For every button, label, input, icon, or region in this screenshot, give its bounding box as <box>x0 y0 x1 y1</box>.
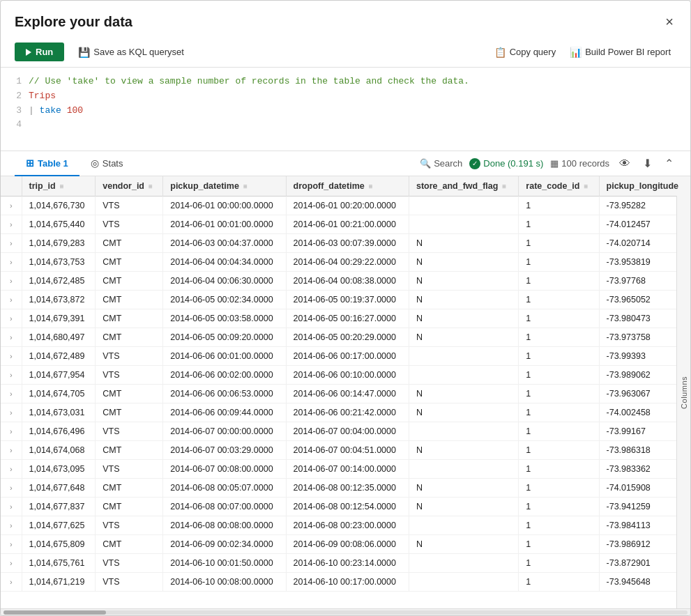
tab-table[interactable]: ⊞ Table 1 <box>15 151 79 176</box>
cell-dropoff-datetime: 2014-06-03 00:07:39.0000 <box>286 234 409 253</box>
dropoff-datetime-filter-icon[interactable]: ≡ <box>369 183 373 190</box>
expand-arrow[interactable]: › <box>10 408 13 417</box>
expand-arrow[interactable]: › <box>10 390 13 398</box>
table-row[interactable]: ›1,014,673,753CMT2014-06-04 00:04:34.000… <box>1 253 690 272</box>
code-content-1: // Use 'take' to view a sample number of… <box>29 75 690 89</box>
expand-cell[interactable]: › <box>1 460 22 479</box>
expand-arrow[interactable]: › <box>10 540 13 548</box>
expand-cell[interactable]: › <box>1 197 22 215</box>
table-row[interactable]: ›1,014,676,730VTS2014-06-01 00:00:00.000… <box>1 197 690 215</box>
table-row[interactable]: ›1,014,674,705CMT2014-06-06 00:06:53.000… <box>1 385 690 403</box>
expand-arrow[interactable]: › <box>10 352 13 360</box>
save-queryset-button[interactable]: 💾 Save as KQL queryset <box>73 43 190 61</box>
table-row[interactable]: ›1,014,673,031CMT2014-06-06 00:09:44.000… <box>1 403 690 422</box>
expand-cell[interactable]: › <box>1 403 22 422</box>
table-row[interactable]: ›1,014,675,440VTS2014-06-01 00:01:00.000… <box>1 215 690 234</box>
tab-stats-label: Stats <box>102 158 123 169</box>
visibility-toggle-button[interactable]: 👁 <box>616 156 633 171</box>
modal-container: Explore your data × Run 💾 Save as KQL qu… <box>0 0 691 616</box>
expand-cell[interactable]: › <box>1 554 22 573</box>
table-row[interactable]: ›1,014,676,496VTS2014-06-07 00:00:00.000… <box>1 422 690 441</box>
expand-arrow[interactable]: › <box>10 333 13 341</box>
cell-pickup-datetime: 2014-06-08 00:08:00.0000 <box>163 516 286 535</box>
rate-code-id-filter-icon[interactable]: ≡ <box>584 183 588 190</box>
table-row[interactable]: ›1,014,675,809CMT2014-06-09 00:02:34.000… <box>1 535 690 554</box>
table-row[interactable]: ›1,014,677,648CMT2014-06-08 00:05:07.000… <box>1 479 690 498</box>
tab-stats[interactable]: ◎ Stats <box>79 151 135 176</box>
table-row[interactable]: ›1,014,675,761VTS2014-06-10 00:01:50.000… <box>1 554 690 573</box>
line-number-3: 3 <box>1 104 29 118</box>
table-row[interactable]: ›1,014,674,068CMT2014-06-07 00:03:29.000… <box>1 441 690 460</box>
expand-cell[interactable]: › <box>1 215 22 234</box>
expand-cell[interactable]: › <box>1 516 22 535</box>
trip-id-filter-icon[interactable]: ≡ <box>60 183 64 190</box>
table-row[interactable]: ›1,014,673,095VTS2014-06-07 00:08:00.000… <box>1 460 690 479</box>
download-button[interactable]: ⬇ <box>640 155 655 171</box>
cell-trip-id: 1,014,672,485 <box>22 272 96 291</box>
expand-cell[interactable]: › <box>1 385 22 403</box>
expand-cell[interactable]: › <box>1 479 22 498</box>
code-editor[interactable]: 1 // Use 'take' to view a sample number … <box>1 68 690 151</box>
expand-arrow[interactable]: › <box>10 484 13 492</box>
expand-arrow[interactable]: › <box>10 295 13 304</box>
pickup-datetime-filter-icon[interactable]: ≡ <box>243 183 248 190</box>
table-row[interactable]: ›1,014,677,954VTS2014-06-06 00:02:00.000… <box>1 366 690 385</box>
cell-rate-code-id: 1 <box>519 535 599 554</box>
vendor-id-filter-icon[interactable]: ≡ <box>149 183 153 190</box>
cell-dropoff-datetime: 2014-06-06 00:17:00.0000 <box>286 347 409 366</box>
expand-arrow[interactable]: › <box>10 446 13 454</box>
expand-arrow[interactable]: › <box>10 427 13 436</box>
table-row[interactable]: ›1,014,677,625VTS2014-06-08 00:08:00.000… <box>1 516 690 535</box>
columns-panel[interactable]: Columns <box>676 176 690 608</box>
code-content-2: Trips <box>29 89 690 104</box>
store-fwd-flag-filter-icon[interactable]: ≡ <box>502 183 506 190</box>
cell-store-and-fwd-flag: N <box>409 309 518 328</box>
table-row[interactable]: ›1,014,680,497CMT2014-06-05 00:09:20.000… <box>1 328 690 347</box>
table-row[interactable]: ›1,014,672,489VTS2014-06-06 00:01:00.000… <box>1 347 690 366</box>
expand-arrow[interactable]: › <box>10 578 13 586</box>
expand-cell[interactable]: › <box>1 291 22 309</box>
table-row[interactable]: ›1,014,679,391CMT2014-06-05 00:03:58.000… <box>1 309 690 328</box>
expand-arrow[interactable]: › <box>10 314 13 323</box>
expand-arrow[interactable]: › <box>10 239 13 247</box>
table-row[interactable]: ›1,014,677,837CMT2014-06-08 00:07:00.000… <box>1 498 690 516</box>
expand-cell[interactable]: › <box>1 234 22 253</box>
expand-arrow[interactable]: › <box>10 371 13 379</box>
expand-cell[interactable]: › <box>1 441 22 460</box>
copy-query-button[interactable]: 📋 Copy query <box>489 43 561 61</box>
expand-cell[interactable]: › <box>1 347 22 366</box>
expand-arrow[interactable]: › <box>10 220 13 229</box>
table-row[interactable]: ›1,014,672,485CMT2014-06-04 00:06:30.000… <box>1 272 690 291</box>
table-row[interactable]: ›1,014,673,872CMT2014-06-05 00:02:34.000… <box>1 291 690 309</box>
close-button[interactable]: × <box>662 12 676 31</box>
expand-arrow[interactable]: › <box>10 277 13 285</box>
expand-cell[interactable]: › <box>1 309 22 328</box>
expand-cell[interactable]: › <box>1 498 22 516</box>
expand-cell[interactable]: › <box>1 422 22 441</box>
horizontal-scrollbar[interactable] <box>1 608 690 615</box>
cell-vendor-id: VTS <box>96 460 163 479</box>
cell-rate-code-id: 1 <box>519 573 599 592</box>
expand-cell[interactable]: › <box>1 253 22 272</box>
expand-cell[interactable]: › <box>1 366 22 385</box>
cell-dropoff-datetime: 2014-06-06 00:10:00.0000 <box>286 366 409 385</box>
expand-arrow[interactable]: › <box>10 502 13 511</box>
expand-cell[interactable]: › <box>1 272 22 291</box>
expand-arrow[interactable]: › <box>10 559 13 567</box>
cell-pickup-datetime: 2014-06-04 00:06:30.0000 <box>163 272 286 291</box>
search-button[interactable]: 🔍 Search <box>420 158 462 169</box>
collapse-button[interactable]: ⌃ <box>662 155 676 171</box>
build-report-button[interactable]: 📊 Build Power BI report <box>564 43 676 61</box>
table-container[interactable]: trip_id ≡ vendor_id ≡ pickup_datetime <box>1 176 690 608</box>
expand-arrow[interactable]: › <box>10 201 13 210</box>
expand-arrow[interactable]: › <box>10 258 13 266</box>
scrollbar-thumb[interactable] <box>3 610 106 615</box>
expand-cell[interactable]: › <box>1 328 22 347</box>
expand-cell[interactable]: › <box>1 573 22 592</box>
table-row[interactable]: ›1,014,679,283CMT2014-06-03 00:04:37.000… <box>1 234 690 253</box>
table-row[interactable]: ›1,014,671,219VTS2014-06-10 00:08:00.000… <box>1 573 690 592</box>
expand-cell[interactable]: › <box>1 535 22 554</box>
run-button[interactable]: Run <box>15 43 64 61</box>
expand-arrow[interactable]: › <box>10 465 13 473</box>
expand-arrow[interactable]: › <box>10 521 13 530</box>
